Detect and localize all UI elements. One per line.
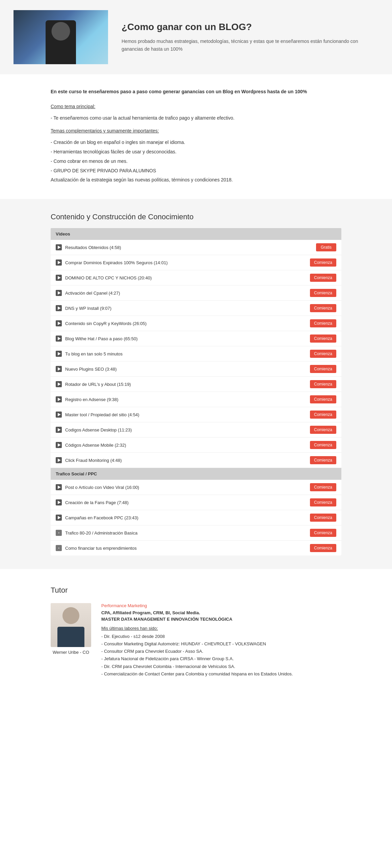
hero-text: ¿Como ganar con un BLOG? Hemos probado m… bbox=[122, 22, 378, 53]
comp-item-3: - GRUPO DE SKYPE PRIVADO PARA ALUMNOS bbox=[51, 167, 341, 175]
complementary-items-list: - Creación de un blog en español o ingle… bbox=[51, 139, 341, 184]
row-title-1-1: Creación de la Fans Page (7:48) bbox=[65, 500, 129, 505]
table-row-0-1: Comprar Dominios Expirados 100% Seguros … bbox=[51, 255, 341, 270]
btn-comienza-1-2[interactable]: Comienza bbox=[310, 514, 336, 522]
tutor-info: Performance Marketing CPA, Affiliated Pr… bbox=[101, 603, 341, 678]
video-icon bbox=[56, 427, 62, 433]
video-icon bbox=[56, 305, 62, 311]
history-item-5: - Comercialización de Contact Center par… bbox=[101, 670, 341, 678]
tutor-section-title: Tutor bbox=[51, 586, 341, 595]
btn-comienza-0-13[interactable]: Comienza bbox=[310, 441, 336, 449]
table-row-0-11: Master tool / Propiedad del sitio (4:54)… bbox=[51, 407, 341, 422]
video-icon bbox=[56, 366, 62, 372]
table-row-0-0: Resultados Obtenidos (4:58)Gratis bbox=[51, 240, 341, 255]
row-title-0-1: Comprar Dominios Expirados 100% Seguros … bbox=[65, 260, 167, 265]
table-row-0-14: Click Fraud Monitoring (4:48)Comienza bbox=[51, 453, 341, 468]
history-item-1: - Consultor Marketing Digital Automotriz… bbox=[101, 640, 341, 648]
row-left-0-7: Tu blog en tan solo 5 minutos bbox=[56, 351, 310, 357]
history-item-3: - Jefatura Nacional de Fidelización para… bbox=[101, 655, 341, 663]
btn-comienza-1-1[interactable]: Comienza bbox=[310, 498, 336, 506]
table-row-0-4: DNS y WP Install (9:07)Comienza bbox=[51, 301, 341, 316]
table-row-0-5: Contenido sin CopyR y KeyWords (26:05)Co… bbox=[51, 316, 341, 331]
row-left-1-1: Creación de la Fans Page (7:48) bbox=[56, 499, 310, 505]
btn-comienza-0-4[interactable]: Comienza bbox=[310, 304, 336, 312]
tutor-avatar bbox=[51, 603, 91, 647]
hero-person-figure bbox=[46, 20, 76, 64]
row-left-0-10: Registro en Adsense (9:38) bbox=[56, 396, 310, 402]
row-title-0-14: Click Fraud Monitoring (4:48) bbox=[65, 458, 122, 463]
tutor-history-list: - Dir. Ejecutivo - s12 desde 2008 - Cons… bbox=[101, 633, 341, 678]
table-row-1-3: ▪Trafico 80-20 / Administración BasicaCo… bbox=[51, 525, 341, 541]
btn-comienza-0-2[interactable]: Comienza bbox=[310, 274, 336, 282]
btn-comienza-0-7[interactable]: Comienza bbox=[310, 350, 336, 358]
row-left-0-0: Resultados Obtenidos (4:58) bbox=[56, 244, 316, 250]
row-title-1-3: Trafico 80-20 / Administración Basica bbox=[65, 530, 137, 536]
table-row-1-4: ▪Como financiar tus emprendimientosComie… bbox=[51, 541, 341, 555]
row-left-1-2: Campañas en Facebook PPC (23:43) bbox=[56, 515, 310, 521]
video-icon bbox=[56, 396, 62, 402]
video-icon bbox=[56, 275, 62, 281]
main-topic-label: Como tema principal: bbox=[51, 103, 341, 111]
comp-item-1: - Herramientas tecnológicas fáciles de u… bbox=[51, 148, 341, 156]
comp-item-2: - Como cobrar en menos de un mes. bbox=[51, 157, 341, 166]
btn-comienza-0-1[interactable]: Comienza bbox=[310, 258, 336, 267]
row-title-0-10: Registro en Adsense (9:38) bbox=[65, 397, 119, 402]
video-icon bbox=[56, 320, 62, 326]
row-left-0-3: Activación del Cpanel (4:27) bbox=[56, 290, 310, 296]
description-intro: En este curso te enseñaremos paso a paso… bbox=[51, 88, 341, 96]
table-row-0-3: Activación del Cpanel (4:27)Comienza bbox=[51, 286, 341, 301]
history-item-2: - Consultor CRM para Chevrolet Ecuador -… bbox=[101, 648, 341, 655]
video-icon bbox=[56, 381, 62, 387]
row-left-0-13: Códigos Adsense Mobile (2:32) bbox=[56, 442, 310, 448]
video-icon bbox=[56, 484, 62, 490]
row-left-1-0: Post o Artículo con Video Viral (16:00) bbox=[56, 484, 310, 490]
description-section: En este curso te enseñaremos paso a paso… bbox=[0, 74, 392, 199]
row-left-0-11: Master tool / Propiedad del sitio (4:54) bbox=[56, 412, 310, 418]
row-title-0-12: Codigos Adsense Desktop (11:23) bbox=[65, 427, 132, 432]
tutor-section: Tutor Werner Uribe - CO Performance Mark… bbox=[0, 569, 392, 695]
row-title-0-7: Tu blog en tan solo 5 minutos bbox=[65, 351, 123, 356]
tutor-specialties: CPA, Affiliated Program, CRM, BI, Social… bbox=[101, 610, 341, 615]
history-item-4: - Dir. CRM para Chevrolet Colombia - Int… bbox=[101, 663, 341, 670]
btn-comienza-0-9[interactable]: Comienza bbox=[310, 380, 336, 388]
btn-comienza-1-4[interactable]: Comienza bbox=[310, 544, 336, 552]
btn-comienza-1-3[interactable]: Comienza bbox=[310, 529, 336, 537]
section-header-0: Vídeos bbox=[51, 228, 341, 240]
tutor-avatar-bg bbox=[51, 603, 91, 647]
table-row-1-2: Campañas en Facebook PPC (23:43)Comienza bbox=[51, 510, 341, 525]
btn-comienza-0-11[interactable]: Comienza bbox=[310, 411, 336, 419]
btn-comienza-0-5[interactable]: Comienza bbox=[310, 319, 336, 327]
tutor-role: Performance Marketing bbox=[101, 603, 341, 608]
tutor-history-label: Mis últimas labores han sido: bbox=[101, 626, 341, 631]
hero-image bbox=[14, 10, 108, 64]
btn-comienza-0-12[interactable]: Comienza bbox=[310, 426, 336, 434]
btn-comienza-0-14[interactable]: Comienza bbox=[310, 456, 336, 464]
btn-comienza-0-3[interactable]: Comienza bbox=[310, 289, 336, 297]
btn-comienza-0-6[interactable]: Comienza bbox=[310, 334, 336, 343]
btn-comienza-0-10[interactable]: Comienza bbox=[310, 395, 336, 403]
file-icon: ▪ bbox=[56, 530, 62, 536]
tutor-avatar-head bbox=[62, 607, 79, 624]
row-title-0-8: Nuevo Plugins SEO (3:48) bbox=[65, 367, 116, 372]
table-row-0-7: Tu blog en tan solo 5 minutosComienza bbox=[51, 346, 341, 362]
row-title-0-0: Resultados Obtenidos (4:58) bbox=[65, 245, 121, 250]
complementary-section: Temas complementarios y sumamente import… bbox=[51, 127, 341, 184]
row-left-0-6: Blog Withe Hat / Paso a paso (65:50) bbox=[56, 336, 310, 342]
video-icon bbox=[56, 457, 62, 463]
btn-comienza-0-8[interactable]: Comienza bbox=[310, 365, 336, 373]
video-icon bbox=[56, 244, 62, 250]
video-icon bbox=[56, 412, 62, 418]
btn-gratis-0-0[interactable]: Gratis bbox=[316, 243, 336, 251]
row-title-0-9: Rotador de URL's y About (15:19) bbox=[65, 382, 131, 387]
content-title: Contenido y Construcción de Conocimiento bbox=[51, 213, 341, 221]
row-title-0-5: Contenido sin CopyR y KeyWords (26:05) bbox=[65, 321, 147, 326]
row-left-0-4: DNS y WP Install (9:07) bbox=[56, 305, 310, 311]
row-left-1-4: ▪Como financiar tus emprendimientos bbox=[56, 545, 310, 551]
comp-item-4: Actualización de la estrategia según las… bbox=[51, 176, 341, 184]
table-row-0-12: Codigos Adsense Desktop (11:23)Comienza bbox=[51, 422, 341, 438]
video-icon bbox=[56, 290, 62, 296]
history-item-0: - Dir. Ejecutivo - s12 desde 2008 bbox=[101, 633, 341, 640]
video-icon bbox=[56, 515, 62, 521]
btn-comienza-1-0[interactable]: Comienza bbox=[310, 483, 336, 491]
row-left-0-2: DOMINIO DE ALTO CPC Y NICHOS (20:40) bbox=[56, 275, 310, 281]
